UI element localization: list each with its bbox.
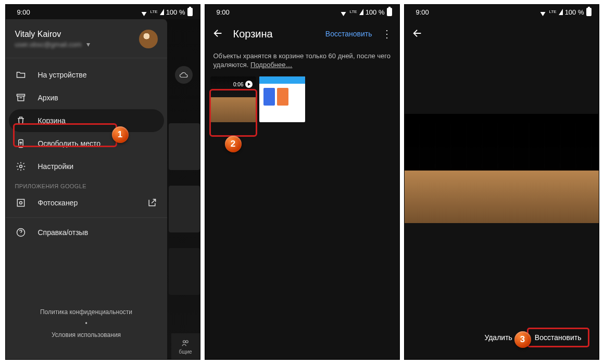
preview-app-bar: [405, 19, 599, 48]
clock: 9:00: [217, 8, 230, 16]
screen-3-preview: 9:00 LTE 100 % Удалить Восстановить 3: [404, 4, 599, 360]
battery-label: 100 %: [166, 8, 185, 16]
section-apps: ПРИЛОЖЕНИЯ GOOGLE: [6, 178, 167, 191]
svg-point-6: [19, 202, 22, 204]
nav-device-label: На устройстве: [38, 71, 87, 79]
screen-1-drawer: 9:00 LTE 100 % бщие Vitaly Kairov user.o…: [5, 4, 200, 360]
drawer-header[interactable]: Vitaly Kairov user.obsc@gmail.com ▾: [6, 19, 167, 56]
status-bar: 9:00 LTE 100 %: [6, 5, 200, 19]
svg-point-1: [186, 340, 188, 343]
lte-label: LTE: [549, 10, 557, 14]
chevron-down-icon[interactable]: ▾: [86, 40, 90, 48]
user-email-row[interactable]: user.obsc@gmail.com ▾: [15, 40, 91, 48]
battery-icon: [586, 8, 592, 16]
clock: 9:00: [416, 8, 429, 16]
nav-drawer: Vitaly Kairov user.obsc@gmail.com ▾ На у…: [6, 19, 167, 359]
video-duration-badge: 0:06: [233, 81, 252, 88]
nav-free-space[interactable]: Освободить место: [6, 132, 167, 155]
avatar[interactable]: [139, 30, 158, 48]
lte-label: LTE: [350, 10, 357, 14]
restore-action[interactable]: Восстановить: [325, 30, 372, 38]
restore-button[interactable]: Восстановить: [527, 328, 589, 347]
nav-help-label: Справка/отзыв: [38, 228, 89, 237]
cloud-icon: [175, 66, 193, 84]
svg-rect-5: [17, 199, 24, 206]
external-icon: [146, 197, 158, 209]
free-space-icon: [15, 138, 27, 149]
battery-label: 100 %: [366, 8, 385, 16]
signal-icon: [559, 9, 563, 15]
trash-item-video[interactable]: 0:06: [210, 76, 256, 122]
bottom-bar-fragment: бщие: [171, 333, 200, 359]
wifi-icon: [539, 9, 547, 15]
nav-archive[interactable]: Архив: [6, 86, 167, 109]
bottom-fragment-label: бщие: [179, 349, 192, 355]
signal-icon: [359, 9, 363, 15]
video-duration: 0:06: [233, 82, 243, 87]
trash-item-screenshot[interactable]: [259, 76, 305, 122]
divider: [6, 217, 167, 218]
nav-photoscan[interactable]: Фотосканер: [6, 191, 167, 214]
status-icons: LTE 100 %: [140, 8, 193, 16]
delete-button[interactable]: Удалить: [484, 333, 512, 342]
divider: [6, 58, 167, 58]
screen-title: Корзина: [233, 28, 273, 40]
battery-icon: [187, 8, 193, 16]
archive-icon: [15, 92, 27, 103]
nav-trash[interactable]: Корзина: [9, 109, 164, 132]
wifi-icon: [339, 9, 348, 15]
svg-point-0: [183, 340, 186, 343]
clock: 9:00: [17, 8, 30, 16]
privacy-link[interactable]: Политика конфиденциальности: [6, 308, 167, 316]
trash-grid: 0:06: [205, 76, 399, 122]
nav-free-label: Освободить место: [38, 139, 101, 148]
footer-dot: •: [6, 320, 167, 327]
help-icon: [15, 227, 27, 238]
nav-settings-label: Настройки: [38, 162, 74, 171]
nav-settings[interactable]: Настройки: [6, 155, 167, 178]
learn-more-link[interactable]: Подробнее…: [250, 61, 292, 69]
signal-icon: [160, 9, 164, 15]
wifi-icon: [140, 9, 148, 15]
back-button[interactable]: [412, 28, 423, 41]
trash-icon: [15, 115, 27, 126]
gear-icon: [15, 161, 27, 172]
nav-photoscan-label: Фотосканер: [38, 199, 78, 207]
battery-icon: [387, 8, 392, 16]
photoscan-icon: [15, 197, 27, 209]
trash-info: Объекты хранятся в корзине только 60 дне…: [205, 48, 399, 76]
trash-info-text: Объекты хранятся в корзине только 60 дне…: [213, 52, 391, 69]
status-icons: LTE 100 %: [339, 8, 392, 16]
terms-link[interactable]: Условия использования: [6, 331, 167, 339]
overflow-menu[interactable]: ⋮: [382, 31, 392, 36]
status-icons: LTE 100 %: [539, 8, 592, 16]
lte-label: LTE: [150, 10, 158, 14]
back-button[interactable]: [212, 28, 224, 41]
play-icon: [245, 81, 253, 88]
media-preview[interactable]: [405, 114, 599, 223]
battery-label: 100 %: [565, 8, 584, 16]
drawer-list: На устройстве Архив Корзина Освободить м…: [6, 60, 167, 247]
nav-trash-label: Корзина: [38, 116, 66, 125]
screen-2-trash: 9:00 LTE 100 % Корзина Восстановить ⋮ Об…: [205, 4, 400, 360]
nav-device[interactable]: На устройстве: [6, 63, 167, 86]
user-name: Vitaly Kairov: [15, 30, 91, 39]
svg-point-4: [19, 165, 22, 168]
preview-actions: Удалить Восстановить: [405, 325, 599, 350]
app-bar: Корзина Восстановить ⋮: [205, 19, 399, 48]
status-bar: 9:00 LTE 100 %: [405, 5, 599, 19]
callout-2: 2: [225, 136, 242, 152]
drawer-footer: Политика конфиденциальности • Условия ис…: [6, 299, 167, 359]
nav-help[interactable]: Справка/отзыв: [6, 221, 167, 244]
status-bar: 9:00 LTE 100 %: [205, 5, 399, 19]
background-content: бщие: [166, 19, 200, 359]
svg-rect-2: [17, 94, 24, 96]
nav-archive-label: Архив: [38, 94, 58, 102]
folder-icon: [15, 69, 27, 81]
